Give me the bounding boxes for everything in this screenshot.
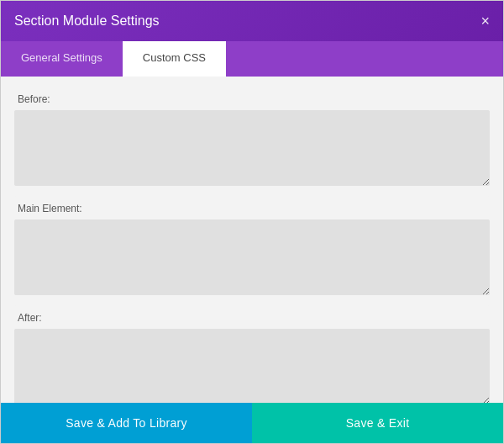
modal-footer: Save & Add To Library Save & Exit bbox=[1, 403, 503, 443]
modal-container: Section Module Settings × General Settin… bbox=[0, 0, 504, 444]
tab-general-settings[interactable]: General Settings bbox=[1, 41, 123, 77]
after-field-group: After: bbox=[14, 305, 490, 403]
main-element-label: Main Element: bbox=[14, 196, 490, 219]
tab-custom-css[interactable]: Custom CSS bbox=[123, 41, 226, 77]
modal-header: Section Module Settings × bbox=[1, 1, 503, 41]
close-button[interactable]: × bbox=[480, 13, 490, 29]
before-textarea[interactable] bbox=[14, 110, 490, 186]
main-element-field-group: Main Element: bbox=[14, 196, 490, 295]
after-textarea[interactable] bbox=[14, 329, 490, 403]
modal-body: Before: Main Element: After: bbox=[1, 77, 503, 403]
save-exit-button[interactable]: Save & Exit bbox=[252, 403, 503, 443]
after-label: After: bbox=[14, 305, 490, 329]
tabs-bar: General Settings Custom CSS bbox=[1, 41, 503, 77]
main-element-textarea[interactable] bbox=[14, 219, 490, 295]
before-label: Before: bbox=[14, 87, 490, 110]
save-library-button[interactable]: Save & Add To Library bbox=[1, 403, 252, 443]
modal-title: Section Module Settings bbox=[14, 13, 160, 29]
before-field-group: Before: bbox=[14, 87, 490, 186]
